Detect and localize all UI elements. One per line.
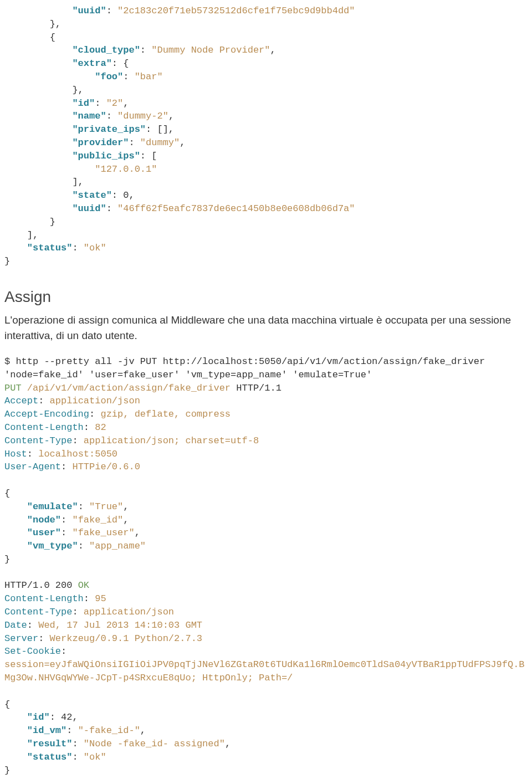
http-ok: OK [78, 580, 89, 591]
http-header-name: Content-Length [4, 422, 84, 433]
json-key: "name" [72, 111, 106, 121]
http-block-assign: $ http --pretty all -jv PUT http://local… [4, 355, 528, 777]
json-string: "Node -fake_id- assigned" [84, 739, 225, 749]
json-string: "Dummy Node Provider" [151, 45, 270, 55]
http-header-name: Host [4, 449, 27, 459]
json-key: "emulate" [27, 501, 78, 512]
shell-command-line: 'node=fake_id' 'user=fake_user' 'vm_type… [4, 370, 372, 380]
json-key: "provider" [72, 137, 129, 148]
http-path: /api/v1/vm/action/assign/fake_driver [22, 383, 237, 393]
json-key: "state" [72, 190, 111, 201]
http-header-value: 95 [89, 593, 106, 604]
json-key: "user" [27, 527, 61, 538]
json-key: "node" [27, 515, 61, 525]
json-string: "46ff62f5eafc7837de6ec1450b8e0e608db06d7… [117, 203, 355, 214]
json-number: 0 [123, 190, 129, 201]
json-string: "ok" [84, 243, 106, 253]
json-key: "result" [27, 739, 73, 749]
http-header-name: Content-Length [4, 593, 84, 604]
json-string: "2c183c20f71eb5732512d6cfe1f75ebc9d9bb4d… [117, 6, 355, 16]
json-key: "vm_type" [27, 541, 78, 551]
json-key: "id" [72, 98, 95, 109]
http-header-value: gzip, deflate, compress [95, 409, 231, 419]
http-header-name: Date [4, 620, 27, 631]
http-header-value: session=eyJfaWQiOnsiIGIiOiJPV0pqTjJNeVl6… [4, 659, 525, 683]
http-header-name: Content-Type [4, 607, 72, 617]
json-string: "dummy" [140, 137, 180, 148]
json-key: "private_ips" [72, 124, 146, 135]
json-key: "foo" [95, 71, 123, 82]
http-header-value: Wed, 17 Jul 2013 14:10:03 GMT [33, 620, 202, 631]
json-string: "True" [89, 501, 123, 512]
http-header-value: application/json [78, 607, 174, 617]
json-string: "app_name" [89, 541, 146, 551]
http-method: PUT [4, 383, 22, 393]
http-header-value: application/json; charset=utf-8 [78, 435, 259, 446]
http-header-value: localhost:5050 [33, 449, 117, 459]
json-number: 42 [61, 712, 72, 722]
http-header-name: User-Agent [4, 462, 61, 472]
json-key: "public_ips" [72, 151, 140, 161]
http-response-status: HTTP/1.0 200 [4, 580, 78, 591]
json-key: "id" [27, 712, 50, 722]
section-heading-assign: Assign [4, 288, 528, 306]
json-string: "fake_user" [72, 527, 134, 538]
json-key: "uuid" [72, 203, 106, 214]
json-key: "cloud_type" [72, 45, 140, 55]
http-header-value: application/json [44, 396, 140, 406]
http-header-name: Set-Cookie [4, 646, 61, 657]
json-string: "fake_id" [72, 515, 123, 525]
http-header-name: Accept [4, 396, 38, 406]
json-string: "dummy-2" [117, 111, 168, 121]
json-key: "extra" [72, 58, 111, 69]
json-string: "bar" [135, 71, 163, 82]
json-key: "id_vm" [27, 725, 66, 736]
shell-command-line: $ http --pretty all -jv PUT http://local… [4, 356, 485, 367]
json-string: "-fake_id-" [78, 725, 140, 736]
http-header-name: Accept-Encoding [4, 409, 89, 419]
http-version: HTTP/1.1 [236, 383, 282, 393]
json-string: "ok" [84, 752, 106, 762]
http-header-name: Server [4, 633, 38, 644]
json-string: "127.0.0.1" [95, 164, 157, 175]
http-header-value: HTTPie/0.6.0 [66, 462, 140, 472]
section-paragraph: L'operazione di assign comunica al Middl… [4, 312, 528, 344]
http-header-value: Werkzeug/0.9.1 Python/2.7.3 [44, 633, 202, 644]
json-key: "uuid" [72, 6, 106, 16]
json-string: "2" [106, 98, 124, 109]
json-key: "status" [27, 243, 73, 253]
json-key: "status" [27, 752, 73, 762]
http-header-value: 82 [89, 422, 106, 433]
json-block-1: "uuid": "2c183c20f71eb5732512d6cfe1f75eb… [4, 4, 528, 268]
http-header-name: Content-Type [4, 435, 72, 446]
